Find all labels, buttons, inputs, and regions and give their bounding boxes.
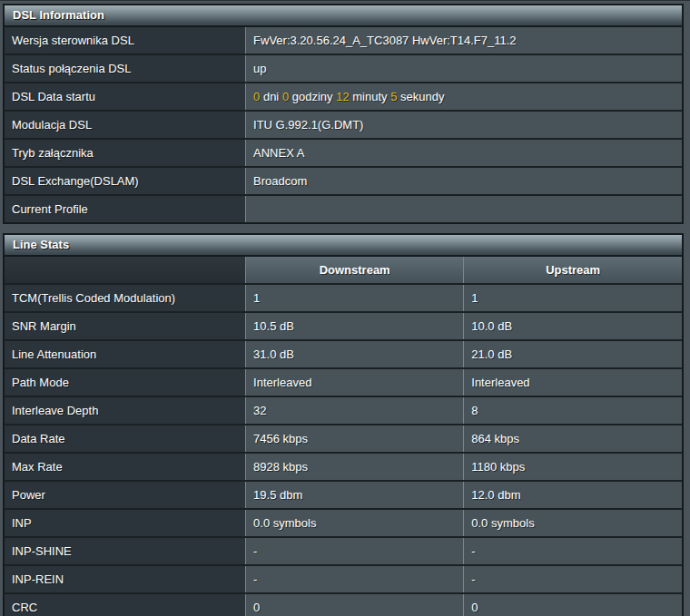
table-row: Wersja sterownika DSLFwVer:3.20.56.24_A_…	[5, 27, 682, 54]
downstream-value: 7456 kbps	[246, 425, 464, 453]
upstream-value: 864 kbps	[464, 425, 682, 453]
row-label: Max Rate	[5, 453, 246, 481]
upstream-value: 0	[464, 593, 682, 616]
table-row: Current Profile	[5, 195, 682, 222]
table-row: DSL Exchange(DSLAM)Broadcom	[5, 167, 682, 195]
row-value: Broadcom	[246, 167, 682, 195]
upstream-value: 21.0 dB	[464, 340, 682, 368]
downstream-value: 10.5 dB	[246, 312, 464, 340]
table-row: TCM(Trellis Coded Modulation)11	[5, 284, 682, 312]
row-label: Current Profile	[5, 195, 246, 222]
line-stats-header: Line Stats	[5, 235, 682, 257]
downstream-value: 0	[246, 593, 464, 616]
table-row: INP-REIN--	[5, 565, 682, 593]
row-value	[246, 195, 682, 222]
row-value: ITU G.992.1(G.DMT)	[246, 111, 682, 139]
table-row: INP-SHINE--	[5, 537, 682, 565]
table-row: CRC00	[5, 593, 682, 616]
row-value: up	[246, 54, 682, 83]
downstream-value: 0.0 symbols	[246, 509, 464, 537]
dsl-status-page: DSL Information Wersja sterownika DSLFwV…	[3, 4, 684, 616]
column-header-row: Downstream Upstream	[5, 257, 682, 284]
uptime-text: godziny	[289, 90, 336, 103]
row-label: Modulacja DSL	[5, 111, 246, 139]
line-stats-body: TCM(Trellis Coded Modulation)11SNR Margi…	[5, 284, 682, 616]
upstream-column-header: Upstream	[464, 257, 682, 284]
row-label: Status połączenia DSL	[5, 54, 246, 83]
dsl-information-panel: DSL Information Wersja sterownika DSLFwV…	[3, 4, 684, 224]
row-label: INP	[5, 509, 246, 537]
row-label: CRC	[5, 593, 246, 616]
table-row: Tryb załącznikaANNEX A	[5, 139, 682, 167]
table-row: DSL Data startu0 dni 0 godziny 12 minuty…	[5, 83, 682, 111]
uptime-text: dni	[260, 90, 282, 103]
row-label: TCM(Trellis Coded Modulation)	[5, 284, 246, 312]
table-row: Modulacja DSLITU G.992.1(G.DMT)	[5, 111, 682, 139]
table-row: SNR Margin10.5 dB10.0 dB	[5, 312, 682, 340]
downstream-value: -	[246, 565, 464, 593]
row-label: Power	[5, 481, 246, 509]
upstream-value: 1	[464, 284, 682, 312]
row-label: Interleave Depth	[5, 396, 246, 425]
uptime-text: minuty	[350, 90, 391, 103]
upstream-value: 1180 kbps	[464, 453, 682, 481]
row-value: 0 dni 0 godziny 12 minuty 5 sekundy	[246, 83, 682, 111]
uptime-text: sekundy	[397, 90, 444, 103]
row-value: ANNEX A	[246, 139, 682, 167]
table-row: Data Rate7456 kbps864 kbps	[5, 425, 682, 453]
uptime-number: 12	[336, 90, 349, 103]
table-row: Interleave Depth328	[5, 396, 682, 425]
corner-cell	[5, 257, 246, 284]
dsl-information-body: Wersja sterownika DSLFwVer:3.20.56.24_A_…	[5, 27, 682, 222]
downstream-value: 32	[246, 396, 464, 425]
upstream-value: -	[464, 565, 682, 593]
table-row: Power19.5 dbm12.0 dbm	[5, 481, 682, 509]
upstream-value: 0.0 symbols	[464, 509, 682, 537]
dsl-information-header: DSL Information	[5, 5, 682, 27]
table-row: Line Attenuation31.0 dB21.0 dB	[5, 340, 682, 368]
upstream-value: 12.0 dbm	[464, 481, 682, 509]
row-label: Path Mode	[5, 368, 246, 396]
upstream-value: -	[464, 537, 682, 565]
table-row: Path ModeInterleavedInterleaved	[5, 368, 682, 396]
upstream-value: 10.0 dB	[464, 312, 682, 340]
line-stats-panel: Line Stats Downstream Upstream TCM(Trell…	[3, 233, 684, 616]
table-row: INP0.0 symbols0.0 symbols	[5, 509, 682, 537]
row-label: DSL Exchange(DSLAM)	[5, 167, 246, 195]
line-stats-table: Downstream Upstream TCM(Trellis Coded Mo…	[5, 257, 682, 616]
row-label: INP-REIN	[5, 565, 246, 593]
downstream-value: Interleaved	[246, 368, 464, 396]
row-label: DSL Data startu	[5, 83, 246, 111]
row-label: Data Rate	[5, 425, 246, 453]
dsl-information-table: Wersja sterownika DSLFwVer:3.20.56.24_A_…	[5, 27, 682, 222]
row-label: Tryb załącznika	[5, 139, 246, 167]
upstream-value: 8	[464, 396, 682, 425]
row-label: Wersja sterownika DSL	[5, 27, 246, 54]
downstream-value: 19.5 dbm	[246, 481, 464, 509]
downstream-value: 8928 kbps	[246, 453, 464, 481]
downstream-value: -	[246, 537, 464, 565]
upstream-value: Interleaved	[464, 368, 682, 396]
downstream-column-header: Downstream	[246, 257, 464, 284]
row-value: FwVer:3.20.56.24_A_TC3087 HwVer:T14.F7_1…	[246, 27, 682, 54]
row-label: Line Attenuation	[5, 340, 246, 368]
downstream-value: 31.0 dB	[246, 340, 464, 368]
line-stats-title: Line Stats	[13, 238, 69, 251]
downstream-value: 1	[246, 284, 464, 312]
dsl-information-title: DSL Information	[13, 8, 104, 22]
table-row: Max Rate8928 kbps1180 kbps	[5, 453, 682, 481]
table-row: Status połączenia DSLup	[5, 54, 682, 83]
row-label: SNR Margin	[5, 312, 246, 340]
row-label: INP-SHINE	[5, 537, 246, 565]
